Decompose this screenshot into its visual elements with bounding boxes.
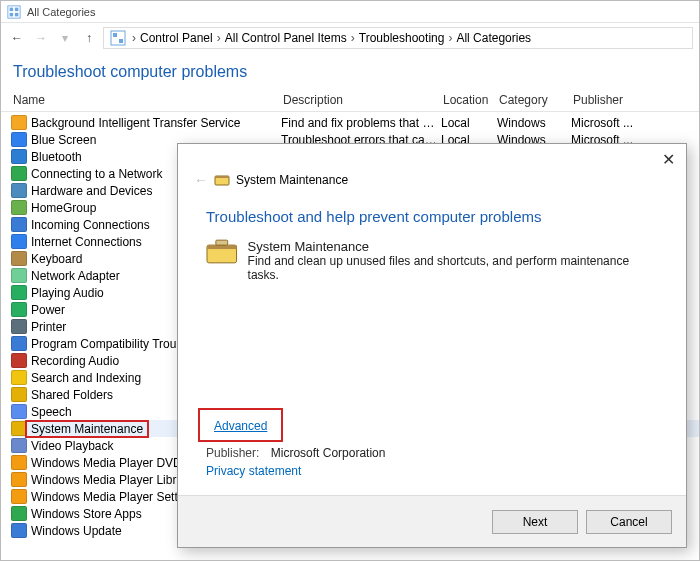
item-name: Recording Audio: [31, 354, 119, 368]
item-icon: [11, 285, 27, 300]
item-icon: [11, 506, 27, 521]
item-name: Playing Audio: [31, 286, 104, 300]
maintenance-large-icon: [206, 239, 238, 265]
window-titlebar: All Categories: [1, 1, 699, 23]
window-title: All Categories: [27, 6, 95, 18]
col-location[interactable]: Location: [443, 93, 499, 107]
breadcrumb-segment[interactable]: Troubleshooting: [357, 31, 447, 45]
nav-toolbar: ← → ▾ ↑ › Control Panel › All Control Pa…: [1, 23, 699, 53]
item-icon: [11, 387, 27, 402]
dialog-heading: Troubleshoot and help prevent computer p…: [178, 196, 686, 229]
item-icon: [11, 217, 27, 232]
chevron-right-icon[interactable]: ›: [351, 31, 355, 45]
item-category: Windows: [497, 116, 571, 130]
item-icon: [11, 523, 27, 538]
svg-rect-1: [10, 7, 14, 11]
col-category[interactable]: Category: [499, 93, 573, 107]
svg-rect-3: [10, 12, 14, 16]
chevron-right-icon[interactable]: ›: [132, 31, 136, 45]
troubleshooter-dialog: ✕ ← System Maintenance Troubleshoot and …: [177, 143, 687, 548]
item-icon: [11, 251, 27, 266]
item-location: Local: [441, 116, 497, 130]
item-description: Find and fix problems that may p...: [281, 116, 441, 130]
list-item[interactable]: Background Intelligent Transfer ServiceF…: [11, 114, 699, 131]
control-panel-icon: [110, 30, 126, 46]
svg-rect-2: [15, 7, 19, 11]
item-icon: [11, 302, 27, 317]
back-button[interactable]: ←: [7, 28, 27, 48]
svg-rect-12: [216, 240, 228, 245]
next-button[interactable]: Next: [492, 510, 578, 534]
item-icon: [11, 370, 27, 385]
item-name: Windows Media Player Settings: [31, 490, 200, 504]
item-name: Incoming Connections: [31, 218, 150, 232]
chevron-right-icon[interactable]: ›: [448, 31, 452, 45]
item-name: Search and Indexing: [31, 371, 141, 385]
item-name: Shared Folders: [31, 388, 113, 402]
item-icon: [11, 268, 27, 283]
item-icon: [11, 115, 27, 130]
item-name: Bluetooth: [31, 150, 82, 164]
col-name[interactable]: Name: [13, 93, 283, 107]
advanced-row: Advanced: [206, 412, 291, 446]
dialog-title: System Maintenance: [236, 173, 348, 187]
item-name: Internet Connections: [31, 235, 142, 249]
item-name: Network Adapter: [31, 269, 120, 283]
item-publisher: Microsoft ...: [571, 116, 699, 130]
close-button[interactable]: ✕: [658, 150, 678, 170]
item-icon: [11, 234, 27, 249]
item-name: Speech: [31, 405, 72, 419]
item-icon: [11, 353, 27, 368]
publisher-label: Publisher:: [206, 446, 259, 460]
item-icon: [11, 132, 27, 147]
publisher-value: Microsoft Corporation: [271, 446, 386, 460]
breadcrumb-segment[interactable]: All Control Panel Items: [223, 31, 349, 45]
item-icon: [11, 166, 27, 181]
item-name: Windows Update: [31, 524, 122, 538]
dialog-item-title: System Maintenance: [248, 239, 658, 254]
dialog-footer: Next Cancel: [178, 495, 686, 547]
item-name: Windows Store Apps: [31, 507, 142, 521]
item-name: Background Intelligent Transfer Service: [31, 116, 240, 130]
breadcrumb[interactable]: › Control Panel › All Control Panel Item…: [103, 27, 693, 49]
svg-rect-4: [15, 12, 19, 16]
breadcrumb-segment[interactable]: All Categories: [454, 31, 533, 45]
dialog-item-desc: Find and clean up unused files and short…: [248, 254, 658, 282]
item-icon: [11, 472, 27, 487]
item-icon: [11, 200, 27, 215]
recent-dropdown[interactable]: ▾: [55, 28, 75, 48]
item-name: Hardware and Devices: [31, 184, 152, 198]
item-icon: [11, 319, 27, 334]
column-headers: Name Description Location Category Publi…: [1, 89, 699, 112]
item-icon: [11, 438, 27, 453]
col-description[interactable]: Description: [283, 93, 443, 107]
svg-rect-9: [215, 176, 229, 178]
item-name: System Maintenance: [31, 422, 143, 436]
chevron-right-icon[interactable]: ›: [217, 31, 221, 45]
item-icon: [11, 149, 27, 164]
item-icon: [11, 455, 27, 470]
page-title: Troubleshoot computer problems: [1, 53, 699, 89]
advanced-link[interactable]: Advanced: [214, 419, 267, 433]
control-panel-icon: [7, 5, 21, 19]
svg-rect-6: [113, 33, 117, 37]
item-name: Video Playback: [31, 439, 114, 453]
breadcrumb-segment[interactable]: Control Panel: [138, 31, 215, 45]
item-name: HomeGroup: [31, 201, 96, 215]
col-publisher[interactable]: Publisher: [573, 93, 699, 107]
forward-button[interactable]: →: [31, 28, 51, 48]
svg-rect-11: [207, 245, 237, 249]
maintenance-icon: [214, 172, 230, 188]
item-name: Connecting to a Network: [31, 167, 162, 181]
item-icon: [11, 336, 27, 351]
item-name: Keyboard: [31, 252, 82, 266]
dialog-back-button[interactable]: ←: [194, 172, 208, 188]
privacy-link[interactable]: Privacy statement: [206, 464, 301, 478]
svg-rect-7: [119, 39, 123, 43]
item-icon: [11, 489, 27, 504]
cancel-button[interactable]: Cancel: [586, 510, 672, 534]
publisher-row: Publisher: Microsoft Corporation: [206, 446, 385, 460]
up-button[interactable]: ↑: [79, 28, 99, 48]
dialog-item: System Maintenance Find and clean up unu…: [178, 229, 686, 292]
item-name: Printer: [31, 320, 66, 334]
